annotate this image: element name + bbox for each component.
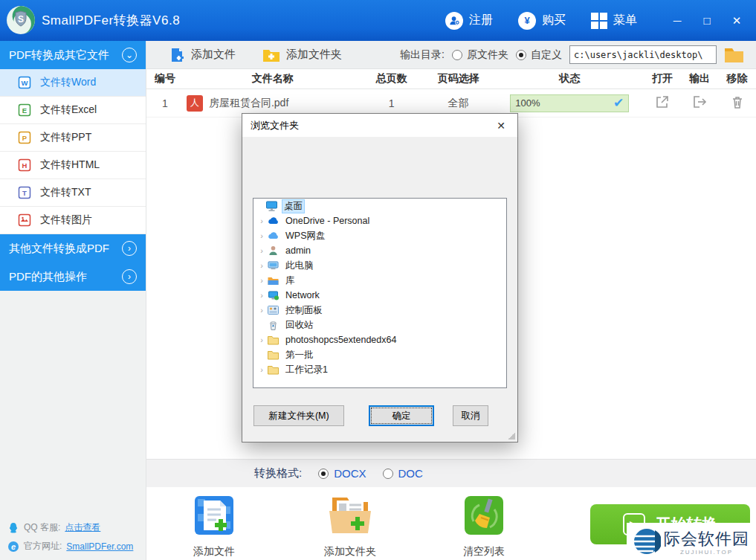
- sidebar-section-label: PDF的其他操作: [9, 270, 87, 284]
- add-folder-icon: [262, 47, 280, 63]
- open-file-button[interactable]: [644, 94, 681, 112]
- expander-chevron-icon[interactable]: ›: [256, 306, 267, 315]
- radio-original-label: 原文件夹: [467, 48, 508, 62]
- cell-range[interactable]: 全部: [421, 97, 496, 110]
- add-file-big-icon: [193, 495, 235, 536]
- tree-item-WPS网盘[interactable]: › WPS网盘: [253, 228, 506, 243]
- maximize-button[interactable]: □: [692, 8, 722, 33]
- add-folder-label: 添加文件夹: [286, 48, 342, 62]
- svg-text:T: T: [22, 189, 27, 197]
- header-pages: 总页数: [362, 72, 421, 86]
- header-open: 打开: [644, 72, 681, 86]
- website-label: 官方网址:: [24, 540, 62, 553]
- chevron-right-icon: ›: [122, 269, 137, 284]
- tree-item-回收站[interactable]: 回收站: [253, 318, 506, 332]
- bottom-clear-list-button[interactable]: 清空列表: [439, 495, 529, 559]
- done-check-icon: ✔: [613, 95, 624, 111]
- sidebar-item-文件转PPT[interactable]: P 文件转PPT: [0, 124, 146, 152]
- sidebar-section-pdf-ops[interactable]: PDF的其他操作 ›: [0, 263, 146, 291]
- sidebar-item-文件转TXT[interactable]: T 文件转TXT: [0, 179, 146, 207]
- tree-item-桌面[interactable]: 桌面: [253, 199, 506, 213]
- svg-text:H: H: [22, 161, 28, 170]
- watermark: 际会软件园 ZUJIHUI.TOP: [627, 523, 756, 560]
- format-bar: 转换格式: DOCX DOC: [146, 459, 756, 487]
- buy-button[interactable]: ¥ 购买: [518, 12, 566, 30]
- output-path-input[interactable]: [569, 45, 717, 64]
- tree-item-label: 工作记录1: [283, 363, 330, 377]
- qq-service-link[interactable]: 点击查看: [65, 521, 100, 534]
- watermark-globe-icon: [633, 527, 661, 556]
- radio-icon-checked: [516, 50, 526, 60]
- sidebar-item-文件转HTML[interactable]: H 文件转HTML: [0, 152, 146, 179]
- radio-icon-checked: [318, 469, 329, 479]
- website-link[interactable]: SmallPDFer.com: [66, 541, 133, 552]
- tree-item-OneDrive - Personal[interactable]: › OneDrive - Personal: [253, 213, 506, 228]
- tree-item-工作记录1[interactable]: › 工作记录1: [253, 362, 506, 377]
- folder-icon: [267, 349, 280, 361]
- radio-docx[interactable]: DOCX: [318, 467, 366, 480]
- menu-button[interactable]: 菜单: [591, 13, 637, 29]
- new-folder-button[interactable]: 新建文件夹(M): [253, 405, 344, 426]
- tree-item-photoshopcs5extendedx64[interactable]: › photoshopcs5extendedx64: [253, 332, 506, 347]
- sidebar-item-文件转Word[interactable]: W 文件转Word: [0, 69, 146, 97]
- sidebar-items: W 文件转Word E 文件转Excel P 文件转PPT H 文件转HTML …: [0, 69, 146, 234]
- sidebar-item-文件转图片[interactable]: 文件转图片: [0, 207, 146, 234]
- remove-file-button[interactable]: [718, 94, 756, 112]
- tree-item-label: WPS网盘: [283, 229, 327, 243]
- cloud2-icon: [267, 230, 280, 242]
- tree-item-label: 库: [283, 274, 297, 288]
- radio-custom-label: 自定义: [531, 48, 562, 62]
- qq-label: QQ 客服:: [24, 521, 60, 534]
- expander-chevron-icon[interactable]: ›: [256, 216, 267, 225]
- cancel-button[interactable]: 取消: [453, 405, 488, 426]
- tree-item-admin[interactable]: › admin: [253, 243, 506, 258]
- watermark-name: 际会软件园: [664, 528, 749, 550]
- tree-item-label: 桌面: [282, 199, 305, 213]
- radio-doc[interactable]: DOC: [383, 467, 423, 480]
- open-output-button[interactable]: [681, 94, 718, 112]
- expander-chevron-icon[interactable]: ›: [256, 335, 267, 344]
- tree-item-此电脑[interactable]: › 此电脑: [253, 258, 506, 273]
- tree-item-库[interactable]: › 库: [253, 273, 506, 288]
- bottom-add-folder-button[interactable]: 添加文件夹: [306, 495, 395, 559]
- tree-item-label: 回收站: [283, 318, 316, 332]
- expander-chevron-icon[interactable]: ›: [256, 365, 267, 374]
- minimize-button[interactable]: ─: [662, 8, 692, 33]
- docx-label: DOCX: [334, 467, 366, 480]
- pc-icon: [267, 260, 280, 271]
- sidebar-section-other-to-pdf[interactable]: 其他文件转换成PDF ›: [0, 234, 146, 263]
- browse-folder-dialog: 浏览文件夹 ✕ 桌面› OneDrive - Personal› WPS网盘› …: [242, 113, 518, 442]
- dialog-title: 浏览文件夹: [251, 119, 299, 132]
- register-label: 注册: [469, 13, 493, 28]
- bin-icon: [267, 319, 280, 331]
- bottom-add-file-label: 添加文件: [169, 545, 259, 559]
- header-range: 页码选择: [421, 72, 496, 86]
- expander-chevron-icon[interactable]: ›: [256, 231, 267, 240]
- sidebar-item-文件转Excel[interactable]: E 文件转Excel: [0, 97, 146, 124]
- bottom-add-file-button[interactable]: 添加文件: [169, 495, 259, 559]
- browse-folder-button[interactable]: [724, 46, 744, 63]
- add-file-button[interactable]: 添加文件: [169, 47, 236, 63]
- radio-custom-folder[interactable]: 自定义: [516, 48, 562, 62]
- sidebar-item-label: 文件转HTML: [40, 158, 100, 172]
- radio-original-folder[interactable]: 原文件夹: [452, 48, 508, 62]
- expander-chevron-icon[interactable]: ›: [256, 246, 267, 255]
- resize-grip[interactable]: [508, 432, 515, 440]
- svg-text:P: P: [22, 134, 28, 142]
- dialog-close-icon[interactable]: ✕: [485, 114, 517, 137]
- tree-item-控制面板[interactable]: › 控制面板: [253, 303, 506, 318]
- expander-chevron-icon[interactable]: ›: [256, 261, 267, 270]
- ok-button[interactable]: 确定: [369, 405, 434, 426]
- tree-item-第一批[interactable]: 第一批: [253, 347, 506, 362]
- header-no: 编号: [146, 72, 184, 86]
- register-button[interactable]: 注册: [445, 12, 493, 30]
- expander-chevron-icon[interactable]: ›: [256, 291, 267, 300]
- radio-icon: [452, 50, 462, 60]
- expander-chevron-icon[interactable]: ›: [256, 276, 267, 285]
- add-folder-button[interactable]: 添加文件夹: [262, 47, 342, 63]
- close-button[interactable]: ✕: [722, 8, 752, 33]
- sidebar-section-label: PDF转换成其它文件: [9, 48, 109, 62]
- sidebar-section-pdf-to-other[interactable]: PDF转换成其它文件 ⌄: [0, 41, 146, 69]
- filetype-icon: P: [18, 131, 31, 144]
- tree-item-Network[interactable]: › Network: [253, 288, 506, 303]
